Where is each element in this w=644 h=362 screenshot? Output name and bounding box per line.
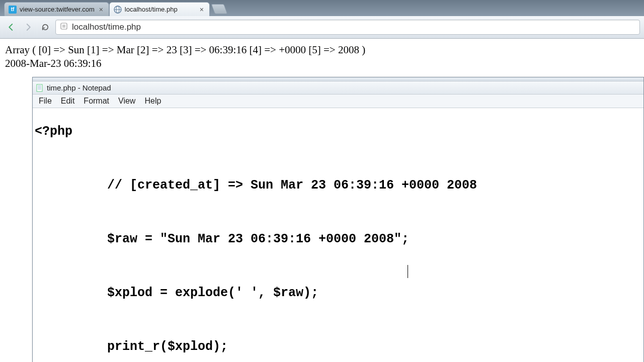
code-line: print_r($xplod);	[35, 340, 641, 353]
toolbar: localhost/time.php	[0, 16, 644, 38]
notepad-menubar: File Edit Format View Help	[33, 95, 643, 108]
tab-active[interactable]: localhost/time.php ×	[109, 2, 210, 16]
tab-strip: tf view-source:twitfever.com × localhost…	[0, 0, 644, 16]
url-text: localhost/time.php	[72, 22, 141, 32]
browser-chrome: tf view-source:twitfever.com × localhost…	[0, 0, 644, 39]
address-bar[interactable]: localhost/time.php	[55, 20, 640, 35]
new-tab-button[interactable]	[211, 4, 227, 14]
favicon-twitfever-icon: tf	[9, 6, 17, 14]
notepad-app-icon	[36, 84, 44, 92]
output-line-1: Array ( [0] => Sun [1] => Mar [2] => 23 …	[5, 44, 639, 56]
output-line-2: 2008-Mar-23 06:39:16	[5, 57, 639, 70]
menu-edit[interactable]: Edit	[60, 96, 76, 107]
back-button[interactable]	[4, 20, 18, 34]
arrow-right-icon	[24, 23, 33, 32]
close-icon[interactable]: ×	[98, 6, 105, 13]
code-line: $xplod = explode(' ', $raw);	[35, 286, 641, 300]
tab-title: localhost/time.php	[125, 6, 195, 13]
menu-view[interactable]: View	[117, 96, 136, 107]
menu-format[interactable]: Format	[83, 96, 110, 107]
svg-rect-4	[62, 25, 65, 28]
code-line: $raw = "Sun Mar 23 06:39:16 +0000 2008";	[35, 232, 641, 246]
notepad-text-area[interactable]: <?php // [created_at] => Sun Mar 23 06:3…	[33, 108, 643, 362]
notepad-titlebar[interactable]: time.php - Notepad	[33, 81, 643, 95]
window-resize-handle[interactable]	[33, 77, 643, 81]
page-content: Array ( [0] => Sun [1] => Mar [2] => 23 …	[0, 39, 644, 75]
code-line: // [created_at] => Sun Mar 23 06:39:16 +…	[35, 178, 641, 192]
notepad-title: time.php - Notepad	[47, 83, 111, 92]
favicon-globe-icon	[114, 6, 122, 14]
menu-help[interactable]: Help	[143, 96, 162, 107]
forward-button[interactable]	[21, 20, 35, 34]
reload-icon	[41, 23, 50, 32]
code-line: <?php	[35, 125, 641, 138]
notepad-window: time.php - Notepad File Edit Format View…	[32, 77, 644, 362]
reload-button[interactable]	[38, 20, 52, 34]
text-caret	[408, 265, 408, 278]
menu-file[interactable]: File	[38, 96, 53, 107]
arrow-left-icon	[7, 23, 16, 32]
close-icon[interactable]: ×	[198, 6, 205, 13]
site-info-icon[interactable]	[60, 22, 68, 32]
tab-title: view-source:twitfever.com	[20, 6, 95, 13]
tab-inactive[interactable]: tf view-source:twitfever.com ×	[4, 2, 109, 16]
svg-rect-5	[37, 84, 42, 92]
